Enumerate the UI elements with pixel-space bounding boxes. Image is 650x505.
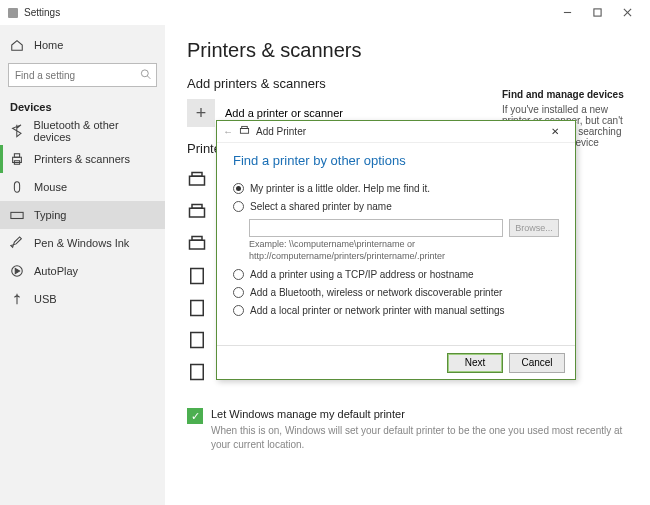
checkbox-checked[interactable]: ✓ (187, 408, 203, 424)
cancel-button[interactable]: Cancel (509, 353, 565, 373)
svg-rect-23 (242, 126, 248, 128)
printer-icon (187, 170, 207, 190)
add-printer-label: Add a printer or scanner (225, 107, 343, 119)
sidebar-item-bluetooth[interactable]: Bluetooth & other devices (0, 117, 165, 145)
minimize-button[interactable] (552, 0, 582, 25)
svg-rect-21 (191, 365, 204, 380)
svg-rect-14 (190, 208, 205, 217)
sidebar-search-input[interactable] (8, 63, 157, 87)
radio-icon (233, 183, 244, 194)
svg-rect-9 (14, 182, 19, 193)
printer-icon (187, 202, 207, 222)
svg-point-4 (141, 70, 148, 77)
radio-option-shared[interactable]: Select a shared printer by name (233, 200, 559, 213)
add-printer-dialog: ← Add Printer ✕ Find a printer by other … (216, 120, 576, 380)
sidebar-search-wrap (8, 63, 157, 87)
sidebar-item-label: Typing (34, 209, 66, 221)
svg-rect-17 (192, 237, 202, 241)
dialog-title: Add Printer (256, 126, 306, 137)
dialog-icon (239, 125, 250, 138)
radio-label: Add a local printer or network printer w… (250, 304, 505, 317)
help-heading: Find and manage devices (502, 89, 632, 100)
sidebar-item-usb[interactable]: USB (0, 285, 165, 313)
svg-rect-15 (192, 205, 202, 209)
document-icon (187, 330, 207, 350)
svg-rect-12 (190, 176, 205, 185)
printer-name-input[interactable] (249, 219, 503, 237)
svg-rect-22 (240, 128, 248, 133)
dialog-close-button[interactable]: ✕ (541, 126, 569, 137)
dialog-heading: Find a printer by other options (233, 153, 559, 168)
sidebar-home-label: Home (34, 39, 63, 51)
document-icon (187, 362, 207, 382)
checkbox-description: When this is on, Windows will set your d… (211, 424, 628, 452)
svg-rect-13 (192, 173, 202, 177)
maximize-button[interactable] (582, 0, 612, 25)
svg-rect-7 (14, 154, 19, 158)
sidebar-item-label: Bluetooth & other devices (34, 119, 155, 143)
sidebar-item-label: Printers & scanners (34, 153, 130, 165)
browse-button[interactable]: Browse... (509, 219, 559, 237)
radio-label: Select a shared printer by name (250, 200, 392, 213)
svg-rect-18 (191, 269, 204, 284)
svg-line-5 (148, 76, 151, 79)
sidebar: Home Devices Bluetooth & other devices P… (0, 25, 165, 505)
default-printer-toggle-row: ✓ Let Windows manage my default printer … (187, 408, 628, 452)
document-icon (187, 298, 207, 318)
sidebar-item-label: AutoPlay (34, 265, 78, 277)
next-button[interactable]: Next (447, 353, 503, 373)
radio-icon (233, 269, 244, 280)
radio-icon (233, 287, 244, 298)
sidebar-item-printers[interactable]: Printers & scanners (0, 145, 165, 173)
svg-rect-10 (11, 212, 23, 218)
printer-icon (10, 152, 24, 166)
radio-icon (233, 305, 244, 316)
svg-rect-20 (191, 333, 204, 348)
document-icon (187, 266, 207, 286)
radio-label: Add a printer using a TCP/IP address or … (250, 268, 474, 281)
dialog-titlebar: ← Add Printer ✕ (217, 121, 575, 143)
sidebar-item-mouse[interactable]: Mouse (0, 173, 165, 201)
radio-label: Add a Bluetooth, wireless or network dis… (250, 286, 502, 299)
radio-option-local[interactable]: Add a local printer or network printer w… (233, 304, 559, 317)
play-icon (10, 264, 24, 278)
home-icon (10, 38, 24, 52)
window-title: Settings (24, 7, 60, 18)
pen-icon (10, 236, 24, 250)
sidebar-home[interactable]: Home (0, 31, 165, 59)
sidebar-item-typing[interactable]: Typing (0, 201, 165, 229)
titlebar: Settings (0, 0, 650, 25)
page-title: Printers & scanners (187, 39, 628, 62)
sidebar-item-label: Mouse (34, 181, 67, 193)
radio-label: My printer is a little older. Help me fi… (250, 182, 430, 195)
svg-rect-19 (191, 301, 204, 316)
app-icon (8, 8, 18, 18)
sidebar-item-label: USB (34, 293, 57, 305)
svg-rect-1 (593, 9, 600, 16)
dialog-footer: Next Cancel (217, 345, 575, 379)
svg-rect-16 (190, 240, 205, 249)
mouse-icon (10, 180, 24, 194)
radio-option-bluetooth[interactable]: Add a Bluetooth, wireless or network dis… (233, 286, 559, 299)
usb-icon (10, 292, 24, 306)
example-text: Example: \\computername\printername or h… (249, 239, 559, 262)
back-icon[interactable]: ← (223, 126, 233, 137)
bluetooth-icon (10, 124, 24, 138)
dialog-body: Find a printer by other options My print… (217, 143, 575, 345)
radio-option-tcpip[interactable]: Add a printer using a TCP/IP address or … (233, 268, 559, 281)
sidebar-item-label: Pen & Windows Ink (34, 237, 129, 249)
radio-icon (233, 201, 244, 212)
search-icon (140, 69, 151, 82)
sidebar-item-pen[interactable]: Pen & Windows Ink (0, 229, 165, 257)
checkbox-label: Let Windows manage my default printer (211, 408, 628, 420)
radio-option-older[interactable]: My printer is a little older. Help me fi… (233, 182, 559, 195)
plus-icon: + (187, 99, 215, 127)
close-button[interactable] (612, 0, 642, 25)
sidebar-section-title: Devices (0, 95, 165, 117)
printer-icon (187, 234, 207, 254)
sidebar-item-autoplay[interactable]: AutoPlay (0, 257, 165, 285)
keyboard-icon (10, 208, 24, 222)
